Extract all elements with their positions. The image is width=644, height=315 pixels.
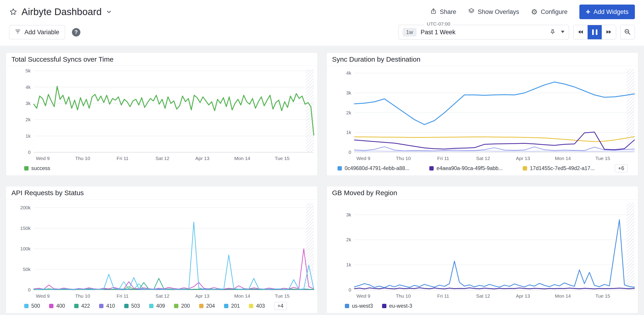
legend-item[interactable]: 204 xyxy=(199,303,215,309)
show-overlays-button[interactable]: Show Overlays xyxy=(468,8,519,16)
svg-text:200k: 200k xyxy=(20,205,30,210)
add-variable-button[interactable]: Add Variable xyxy=(9,25,65,39)
svg-text:Fri 11: Fri 11 xyxy=(437,293,449,299)
title-chevron-down-icon[interactable] xyxy=(106,9,112,15)
svg-text:Tue 15: Tue 15 xyxy=(595,156,610,161)
svg-text:0: 0 xyxy=(28,287,30,293)
time-range-picker[interactable]: 1w Past 1 Week xyxy=(398,25,569,39)
svg-text:Apr 13: Apr 13 xyxy=(516,156,530,161)
caret-down-icon[interactable] xyxy=(561,30,565,34)
widget-title: API Requests by Status xyxy=(6,186,318,200)
favorite-star-icon[interactable] xyxy=(9,8,17,16)
svg-text:Thu 10: Thu 10 xyxy=(75,293,90,299)
svg-text:Mon 14: Mon 14 xyxy=(234,293,250,299)
legend-color-swatch xyxy=(382,304,386,308)
time-forward-button[interactable] xyxy=(602,25,616,39)
svg-text:Wed 9: Wed 9 xyxy=(36,293,50,299)
dashboard-title: Airbyte Dashboard xyxy=(22,6,102,17)
title-group: Airbyte Dashboard xyxy=(9,6,112,17)
legend-label: 204 xyxy=(206,303,215,309)
playback-controls xyxy=(573,25,616,39)
chart-legend: 0c49680d-4791-4ebb-a88...e4aea90a-90ca-4… xyxy=(326,163,638,176)
legend-label: 0c49680d-4791-4ebb-a88... xyxy=(344,165,410,171)
svg-text:Thu 10: Thu 10 xyxy=(75,156,90,161)
svg-text:0: 0 xyxy=(348,150,351,155)
svg-text:Mon 14: Mon 14 xyxy=(234,156,250,161)
legend-item[interactable]: 200 xyxy=(174,303,190,309)
legend-label: 410 xyxy=(106,303,115,309)
zoom-out-button[interactable] xyxy=(620,25,635,39)
legend-label: 409 xyxy=(156,303,165,309)
legend-item[interactable]: 503 xyxy=(124,303,140,309)
legend-color-swatch xyxy=(49,304,54,308)
timezone-label: UTC-07:00 xyxy=(424,21,453,27)
svg-text:Sat 12: Sat 12 xyxy=(156,293,170,299)
legend-overflow-badge[interactable]: +4 xyxy=(274,302,287,310)
legend-color-swatch xyxy=(429,166,434,171)
time-range-label: Past 1 Week xyxy=(421,29,456,36)
svg-text:Thu 10: Thu 10 xyxy=(396,293,410,299)
legend-overflow-badge[interactable]: +6 xyxy=(615,164,628,172)
legend-item[interactable]: 422 xyxy=(74,303,90,309)
time-range-chip[interactable]: 1w xyxy=(402,28,416,36)
pin-icon[interactable] xyxy=(550,29,556,36)
legend-item[interactable]: 0c49680d-4791-4ebb-a88... xyxy=(338,165,410,171)
legend-color-swatch xyxy=(174,304,178,308)
add-widgets-button[interactable]: + Add Widgets xyxy=(579,4,635,19)
legend-color-swatch xyxy=(338,166,342,171)
legend-label: eu-west-3 xyxy=(389,303,412,309)
dashboard-page: Airbyte Dashboard Share Show Overlays ⚙ … xyxy=(0,0,644,314)
legend-item[interactable]: 403 xyxy=(249,303,265,309)
share-button[interactable]: Share xyxy=(430,8,456,16)
legend-label: 503 xyxy=(131,303,140,309)
filter-icon xyxy=(15,28,21,36)
svg-text:3k: 3k xyxy=(346,90,352,95)
legend-item[interactable]: e4aea90a-90ca-49f5-9abb... xyxy=(429,165,503,171)
legend-item[interactable]: us-west3 xyxy=(345,303,373,309)
rewind-icon xyxy=(578,29,584,35)
svg-text:3k: 3k xyxy=(26,101,31,106)
svg-text:Apr 13: Apr 13 xyxy=(516,293,530,299)
legend-label: 422 xyxy=(81,303,90,309)
layers-icon xyxy=(468,8,474,16)
svg-text:Wed 9: Wed 9 xyxy=(356,293,370,299)
pause-icon xyxy=(592,29,598,35)
legend-label: e4aea90a-90ca-49f5-9abb... xyxy=(436,165,503,171)
legend-label: 403 xyxy=(256,303,265,309)
zoom-out-icon xyxy=(624,28,631,36)
legend-item[interactable]: 201 xyxy=(224,303,240,309)
svg-text:150k: 150k xyxy=(20,226,30,231)
svg-text:Tue 15: Tue 15 xyxy=(275,293,290,299)
svg-text:4k: 4k xyxy=(26,84,31,90)
time-backward-button[interactable] xyxy=(574,25,588,39)
header-title-row: Airbyte Dashboard Share Show Overlays ⚙ … xyxy=(9,0,635,22)
legend-item[interactable]: 400 xyxy=(49,303,65,309)
legend-item[interactable]: 409 xyxy=(149,303,165,309)
timeseries-chart[interactable]: 01k2k3kWed 9Thu 10Fri 11Sat 12Apr 13Mon … xyxy=(326,200,638,301)
time-controls: UTC-07:00 1w Past 1 Week xyxy=(398,25,635,39)
plus-icon: + xyxy=(586,8,590,15)
legend-item[interactable]: eu-west-3 xyxy=(382,303,412,309)
svg-text:Fri 11: Fri 11 xyxy=(117,293,128,299)
legend-color-swatch xyxy=(523,166,527,171)
header-actions: Share Show Overlays ⚙ Configure + Add Wi… xyxy=(430,4,635,19)
timeseries-chart[interactable]: 01k2k3k4k5kWed 9Thu 10Fri 11Sat 12Apr 13… xyxy=(6,66,318,163)
legend-item[interactable]: success xyxy=(24,165,50,171)
legend-color-swatch xyxy=(99,304,104,308)
timeseries-chart[interactable]: 050k100k150k200kWed 9Thu 10Fri 11Sat 12A… xyxy=(6,200,318,301)
legend-color-swatch xyxy=(224,304,228,308)
help-icon[interactable]: ? xyxy=(72,28,80,36)
timeseries-chart[interactable]: 01k2k3k4kWed 9Thu 10Fri 11Sat 12Apr 13Mo… xyxy=(326,66,638,163)
legend-label: 200 xyxy=(181,303,190,309)
legend-item[interactable]: 500 xyxy=(24,303,40,309)
legend-label: 500 xyxy=(31,303,40,309)
chart-legend: success xyxy=(6,163,318,176)
configure-button[interactable]: ⚙ Configure xyxy=(531,8,568,15)
legend-item[interactable]: 17d1455c-7ed5-49d2-a17... xyxy=(523,165,595,171)
svg-text:2k: 2k xyxy=(26,117,31,122)
legend-color-swatch xyxy=(199,304,204,308)
widget-title: Total Successful Syncs over Time xyxy=(6,53,318,66)
pause-button[interactable] xyxy=(588,25,602,39)
legend-color-swatch xyxy=(249,304,253,308)
legend-item[interactable]: 410 xyxy=(99,303,115,309)
